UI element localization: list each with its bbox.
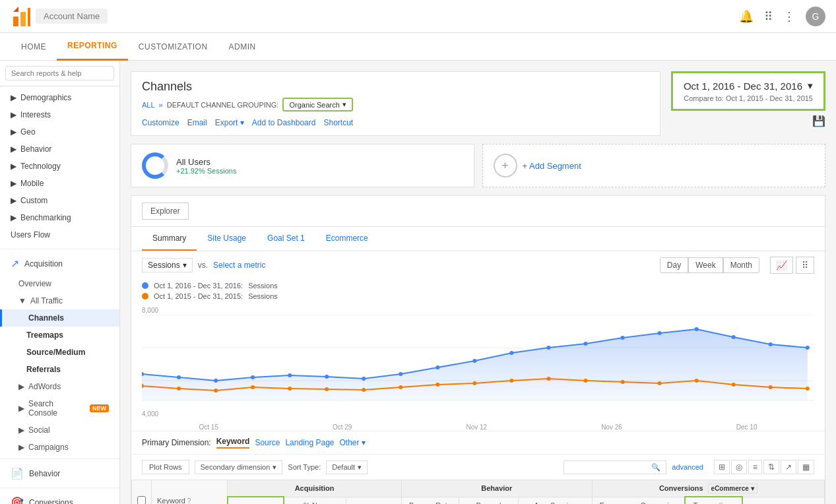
nav-admin[interactable]: ADMIN	[218, 33, 267, 61]
save-icon[interactable]: 💾	[812, 115, 825, 127]
day-btn[interactable]: Day	[660, 257, 688, 273]
sidebar-item-overview[interactable]: Overview	[0, 275, 119, 292]
svg-point-22	[621, 336, 625, 340]
breadcrumb-filter[interactable]: Organic Search ▾	[282, 98, 352, 111]
sidebar-item-users-flow[interactable]: Users Flow	[0, 226, 119, 243]
x-label-nov26: Nov 26	[601, 424, 622, 431]
ecomm-select[interactable]: eCommerce ▾	[708, 484, 757, 493]
toolbar-customize[interactable]: Customize	[142, 118, 179, 127]
svg-point-40	[583, 379, 587, 383]
tab-site-usage[interactable]: Site Usage	[197, 227, 257, 251]
th-bounce-rate: Bounce Rate ?	[402, 497, 459, 504]
sidebar-item-social[interactable]: ▶ Social	[0, 422, 119, 439]
sidebar-behavior-header[interactable]: 📄 Behavior	[0, 462, 119, 485]
sidebar-item-search-console[interactable]: ▶ Search ConsoleNEW	[0, 395, 119, 422]
sidebar-item-channels[interactable]: Channels	[0, 309, 119, 327]
dim-keyword[interactable]: Keyword	[216, 437, 250, 449]
bar-icon[interactable]: ≡	[748, 460, 762, 474]
svg-point-25	[732, 335, 736, 339]
dim-landing-page[interactable]: Landing Page	[285, 438, 334, 447]
nav-reporting[interactable]: REPORTING	[57, 33, 128, 61]
sidebar-item-technology[interactable]: ▶ Technology	[0, 158, 119, 175]
sidebar-item-interests[interactable]: ▶ Interests	[0, 106, 119, 123]
sidebar-item-adwords[interactable]: ▶ AdWords	[0, 378, 119, 395]
secondary-dim-label: Secondary dimension	[201, 463, 271, 471]
sidebar-conversions-header[interactable]: 🎯 Conversions	[0, 491, 119, 504]
toolbar-add-dashboard[interactable]: Add to Dashboard	[252, 118, 316, 127]
x-label-dec10: Dec 10	[736, 424, 757, 431]
sidebar-item-all-traffic[interactable]: ▼ All Traffic	[0, 292, 119, 309]
sidebar-item-treemaps[interactable]: Treemaps	[0, 327, 119, 344]
tab-summary[interactable]: Summary	[142, 227, 197, 251]
sidebar-acquisition-header[interactable]: ↗ Acquisition	[0, 252, 119, 275]
chart-svg	[142, 315, 814, 407]
legend-dot-current	[142, 282, 148, 289]
circle-icon[interactable]: ◎	[731, 460, 747, 474]
keyword-help-icon[interactable]: ?	[187, 497, 191, 504]
grid-view-icon[interactable]: ⊞	[714, 460, 730, 474]
line-chart-icon[interactable]: 📈	[770, 257, 793, 274]
behavior-icon: 📄	[11, 467, 24, 480]
svg-rect-1	[20, 12, 26, 26]
sidebar-item-source-medium[interactable]: Source/Medium	[0, 344, 119, 361]
dim-source[interactable]: Source	[255, 438, 280, 447]
primary-dimension: Primary Dimension: Keyword Source Landin…	[131, 431, 825, 454]
svg-point-42	[658, 381, 662, 385]
add-segment-circle: +	[494, 154, 517, 177]
more-vert-icon[interactable]: ⋮	[783, 9, 795, 24]
sidebar-item-referrals[interactable]: Referrals	[0, 361, 119, 378]
sidebar-item-geo[interactable]: ▶ Geo	[0, 123, 119, 141]
th-behavior-group: Behavior	[402, 480, 592, 497]
day-week-month: Day Week Month	[660, 257, 759, 273]
th-revenue: Revenue ?	[742, 497, 824, 504]
svg-point-17	[435, 365, 439, 369]
tab-ecommerce[interactable]: Ecommerce	[315, 227, 379, 251]
toolbar: Customize Email Export ▾ Add to Dashboar…	[142, 118, 649, 127]
grid-icon[interactable]: ⠿	[764, 9, 773, 24]
explorer-button[interactable]: Explorer	[142, 203, 189, 220]
search-input[interactable]	[5, 66, 114, 80]
sidebar-item-behavior[interactable]: ▶ Behavior	[0, 141, 119, 158]
search-icon[interactable]: 🔍	[651, 463, 660, 472]
avatar[interactable]: G	[806, 7, 825, 26]
svg-point-33	[325, 387, 329, 391]
sidebar-item-benchmarking[interactable]: ▶ Benchmarking	[0, 209, 119, 226]
sidebar-item-demographics[interactable]: ▶ Demographics	[0, 89, 119, 106]
bell-icon[interactable]: 🔔	[739, 9, 754, 24]
plot-rows-btn[interactable]: Plot Rows	[142, 460, 189, 474]
table-search-input[interactable]	[569, 463, 649, 471]
select-metric[interactable]: Select a metric	[213, 261, 265, 270]
month-btn[interactable]: Month	[723, 257, 759, 273]
toolbar-export[interactable]: Export ▾	[215, 118, 244, 127]
segment-row: All Users +21.92% Sessions + + Add Segme…	[131, 144, 825, 187]
sidebar-divider-1	[0, 249, 119, 249]
sidebar-item-mobile[interactable]: ▶ Mobile	[0, 175, 119, 192]
date-range-main: Oct 1, 2016 - Dec 31, 2016 ▾	[684, 80, 813, 92]
week-btn[interactable]: Week	[688, 257, 723, 273]
breadcrumb-sep1: »	[159, 101, 163, 109]
sidebar-item-custom[interactable]: ▶ Custom	[0, 192, 119, 209]
tab-goal-set-1[interactable]: Goal Set 1	[257, 227, 315, 251]
sort-type-select[interactable]: Default ▾	[326, 460, 368, 474]
segment-pct: +21.92% Sessions	[176, 167, 236, 175]
select-all-checkbox[interactable]	[137, 496, 146, 504]
dot-chart-icon[interactable]: ⠿	[796, 257, 814, 274]
table-icon[interactable]: ▦	[798, 460, 814, 474]
sidebar-item-campaigns[interactable]: ▶ Campaigns	[0, 439, 119, 456]
svg-point-16	[399, 372, 402, 376]
toolbar-email[interactable]: Email	[187, 118, 207, 127]
app-body: ▶ Demographics ▶ Interests ▶ Geo ▶ Behav…	[0, 61, 836, 504]
metric-select[interactable]: Sessions ▾	[142, 258, 193, 272]
toolbar-shortcut[interactable]: Shortcut	[323, 118, 353, 127]
dim-other[interactable]: Other ▾	[340, 438, 366, 447]
svg-point-35	[399, 385, 402, 389]
secondary-dim-select[interactable]: Secondary dimension ▾	[195, 460, 283, 474]
filter-icon[interactable]: ⇅	[763, 460, 779, 474]
date-range-box[interactable]: Oct 1, 2016 - Dec 31, 2016 ▾ Compare to:…	[671, 71, 825, 111]
segment-add[interactable]: + + Add Segment	[482, 144, 826, 187]
nav-home[interactable]: HOME	[11, 33, 57, 61]
nav-customization[interactable]: CUSTOMIZATION	[128, 33, 218, 61]
share-icon[interactable]: ↗	[781, 460, 796, 474]
advanced-link[interactable]: advanced	[672, 463, 703, 471]
breadcrumb-all[interactable]: ALL	[142, 101, 155, 109]
